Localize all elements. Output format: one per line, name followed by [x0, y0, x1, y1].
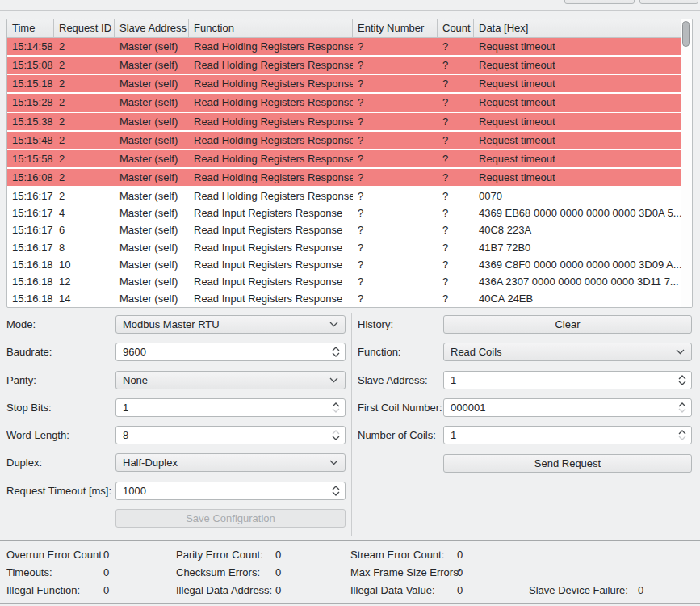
request-timeout-label: Request Timeout [ms]:	[6, 482, 111, 500]
table-row[interactable]: 15:14:582Master (self)Read Holding Regis…	[7, 38, 681, 57]
cell-count: ?	[438, 273, 474, 290]
cell-count: ?	[438, 57, 474, 74]
spin-up-button[interactable]	[678, 402, 686, 407]
cell-data: Request timeout	[474, 75, 681, 92]
column-header-time[interactable]: Time	[7, 19, 54, 37]
slave-address-spinbox[interactable]: 1	[443, 371, 692, 389]
table-row[interactable]: 15:15:182Master (self)Read Holding Regis…	[7, 75, 681, 94]
function-select[interactable]: Read Coils	[443, 343, 692, 361]
spin-down-button[interactable]	[332, 491, 340, 496]
table-row[interactable]: 15:15:482Master (self)Read Holding Regis…	[7, 132, 681, 150]
cell-data: 0070	[474, 187, 681, 204]
status-value: 0	[103, 584, 109, 597]
cell-entity_number: ?	[353, 187, 438, 204]
table-row[interactable]: 15:16:082Master (self)Read Holding Regis…	[7, 169, 681, 187]
save-configuration-button[interactable]: Save Configuration	[115, 509, 346, 528]
cell-data: 436A 2307 0000 0000 0000 0000 3D11 7...	[474, 273, 681, 290]
cell-count: ?	[438, 256, 474, 273]
cell-count: ?	[438, 239, 474, 256]
cell-function: Read Holding Registers Response	[189, 94, 353, 111]
cell-slave_address: Master (self)	[115, 75, 189, 92]
column-header-entity-number[interactable]: Entity Number	[353, 19, 438, 37]
table-row[interactable]: 15:15:582Master (self)Read Holding Regis…	[7, 150, 681, 169]
form-row-request-timeout: Request Timeout [ms]: 1000	[0, 482, 700, 500]
status-label: Stream Error Count:	[350, 549, 444, 562]
cell-request_id: 2	[54, 132, 115, 149]
scrollbar-thumb[interactable]	[682, 21, 690, 47]
cell-entity_number: ?	[353, 273, 438, 290]
cell-function: Read Holding Registers Response	[189, 150, 353, 167]
cell-data: Request timeout	[474, 169, 681, 186]
cell-request_id: 4	[54, 204, 115, 221]
table-row[interactable]: 15:16:1814Master (self)Read Input Regist…	[7, 290, 681, 307]
cell-count: ?	[438, 75, 474, 92]
form-row-function: Function: Read Coils	[0, 343, 700, 361]
cell-function: Read Holding Registers Response	[189, 187, 353, 204]
first-coil-number-label: First Coil Number:	[358, 398, 442, 417]
cell-time: 15:14:58	[7, 38, 54, 55]
cell-data: 41B7 72B0	[474, 239, 681, 256]
cell-function: Read Holding Registers Response	[189, 38, 353, 55]
table-row[interactable]: 15:16:174Master (self)Read Input Registe…	[7, 204, 681, 221]
send-request-button[interactable]: Send Request	[443, 454, 692, 473]
cell-function: Read Input Registers Response	[189, 256, 353, 273]
first-coil-number-spinbox[interactable]: 000001	[443, 398, 692, 417]
slave-address-value: 1	[451, 372, 456, 389]
table-row[interactable]: 15:15:082Master (self)Read Holding Regis…	[7, 57, 681, 75]
cell-count: ?	[438, 187, 474, 204]
column-header-function[interactable]: Function	[189, 19, 353, 37]
status-divider	[0, 540, 700, 541]
cell-data: 4369 EB68 0000 0000 0000 0000 3D0A 5...	[474, 204, 681, 221]
function-label: Function:	[358, 343, 400, 361]
status-label: Slave Device Failure:	[529, 584, 628, 597]
cell-slave_address: Master (self)	[115, 221, 189, 238]
cell-count: ?	[438, 132, 474, 149]
request-timeout-spinbox[interactable]: 1000	[115, 482, 346, 500]
cell-function: Read Holding Registers Response	[189, 113, 353, 130]
table-row[interactable]: 15:16:172Master (self)Read Holding Regis…	[7, 187, 681, 204]
cell-function: Read Input Registers Response	[189, 273, 353, 290]
cell-function: Read Holding Registers Response	[189, 169, 353, 186]
table-row[interactable]: 15:16:1812Master (self)Read Input Regist…	[7, 273, 681, 290]
spin-up-button[interactable]	[332, 486, 340, 490]
column-header-data-hex-[interactable]: Data [Hex]	[474, 19, 681, 37]
cell-request_id: 10	[54, 256, 115, 273]
cell-entity_number: ?	[353, 94, 438, 111]
form-row-first-coil: First Coil Number: 000001	[0, 398, 700, 417]
cell-time: 15:15:58	[7, 150, 54, 167]
clear-history-button[interactable]: Clear	[443, 315, 692, 334]
cell-entity_number: ?	[353, 221, 438, 238]
history-table: TimeRequest IDSlave AddressFunctionEntit…	[6, 19, 693, 308]
table-row[interactable]: 15:16:176Master (self)Read Input Registe…	[7, 221, 681, 238]
column-header-count[interactable]: Count	[438, 19, 474, 37]
spin-up-button[interactable]	[678, 430, 686, 435]
cell-data: Request timeout	[474, 94, 681, 111]
column-header-request-id[interactable]: Request ID	[54, 19, 115, 37]
vertical-scrollbar[interactable]	[681, 19, 692, 307]
table-row[interactable]: 15:16:178Master (self)Read Input Registe…	[7, 239, 681, 256]
cell-time: 15:16:18	[7, 273, 54, 290]
cell-count: ?	[438, 38, 474, 55]
cell-time: 15:15:48	[7, 132, 54, 149]
column-header-slave-address[interactable]: Slave Address	[115, 19, 189, 37]
cell-function: Read Input Registers Response	[189, 239, 353, 256]
table-header-row: TimeRequest IDSlave AddressFunctionEntit…	[7, 19, 681, 38]
clipped-top-button-2[interactable]	[639, 0, 698, 4]
status-label: Checksum Errors:	[176, 566, 260, 579]
spin-down-button[interactable]	[678, 381, 686, 385]
cell-request_id: 2	[54, 75, 115, 92]
clipped-top-button-1[interactable]	[564, 0, 635, 4]
form-row-send: Send Request	[0, 454, 700, 473]
table-row[interactable]: 15:15:382Master (self)Read Holding Regis…	[7, 113, 681, 132]
spin-up-button[interactable]	[678, 375, 686, 380]
cell-time: 15:15:38	[7, 113, 54, 130]
cell-time: 15:15:28	[7, 94, 54, 111]
table-row[interactable]: 15:15:282Master (self)Read Holding Regis…	[7, 94, 681, 112]
number-of-coils-spinbox[interactable]: 1	[443, 426, 692, 444]
cell-data: 4369 C8F0 0000 0000 0000 0000 3D09 A...	[474, 256, 681, 273]
table-row[interactable]: 15:16:1810Master (self)Read Input Regist…	[7, 256, 681, 273]
status-value: 0	[275, 566, 281, 579]
cell-time: 15:16:17	[7, 221, 54, 238]
cell-time: 15:16:18	[7, 290, 54, 307]
cell-slave_address: Master (self)	[115, 273, 189, 290]
